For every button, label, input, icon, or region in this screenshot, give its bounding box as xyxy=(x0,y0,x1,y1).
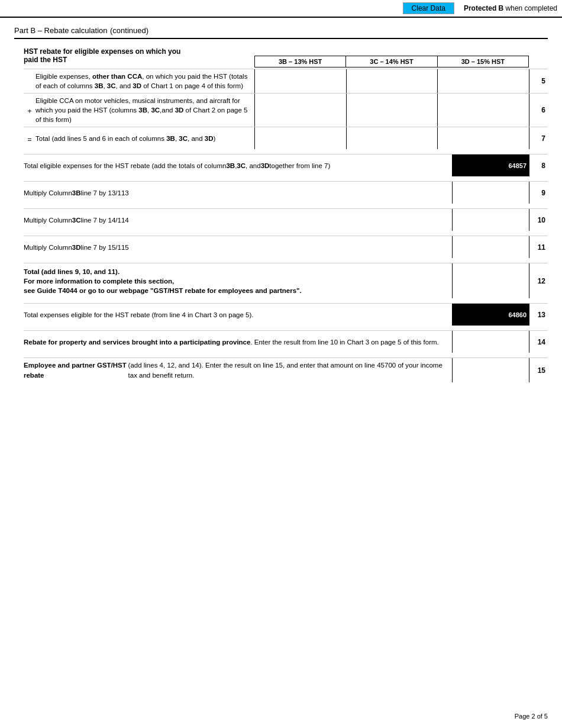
row-15-field[interactable] xyxy=(455,367,527,374)
row-5-prefix xyxy=(24,80,35,82)
hst-section: HST rebate for eligible expenses on whic… xyxy=(24,47,548,382)
row-9-field[interactable] xyxy=(455,189,527,197)
row-5-field-3b[interactable] xyxy=(257,78,344,85)
row-9-input xyxy=(452,182,529,204)
row-12-input xyxy=(452,263,529,298)
row-5-input-3b xyxy=(254,69,346,93)
row-5-input-3c xyxy=(346,69,438,93)
row-9-linenum: 9 xyxy=(529,182,548,204)
row-10-label: Multiply Column 3C line 7 by 14/114 xyxy=(24,209,452,231)
row-10-field[interactable] xyxy=(455,217,527,224)
row-5-label: Eligible expenses, other than CCA, on wh… xyxy=(24,69,254,93)
row-6-text: Eligible CCA on motor vehicles, musical … xyxy=(35,96,252,124)
row-8-input xyxy=(452,154,529,176)
row-7-inputs xyxy=(254,127,529,149)
row-5-field-3c[interactable] xyxy=(349,78,435,85)
row-6-label: + Eligible CCA on motor vehicles, musica… xyxy=(24,94,254,127)
row-6-input-3c xyxy=(346,94,438,127)
row-15-label: Employee and partner GST/HST rebate (add… xyxy=(24,358,452,382)
row-5-field-3d[interactable] xyxy=(440,78,527,85)
row-13-field[interactable] xyxy=(455,311,527,318)
row-7-input-3c xyxy=(346,127,438,149)
data-row-7: = Total (add lines 5 and 6 in each of co… xyxy=(24,127,548,149)
row-11-label: Multiply Column 3D line 7 by 15/115 xyxy=(24,236,452,258)
row-6-inputs xyxy=(254,94,529,127)
row-9-label: Multiply Column 3B line 7 by 13/113 xyxy=(24,182,452,204)
top-bar: Clear Data Protected B when completed xyxy=(0,0,562,18)
row-6-field-3c[interactable] xyxy=(349,107,435,114)
row-5-text: Eligible expenses, other than CCA, on wh… xyxy=(35,72,252,91)
main-content: Part B – Rebate calculation (continued) … xyxy=(0,18,562,397)
row-14-field[interactable] xyxy=(455,339,527,346)
row-7-prefix: = xyxy=(24,133,35,145)
row-5-input-3d xyxy=(437,69,529,93)
row-6-prefix: + xyxy=(24,104,35,117)
part-b-subtitle: (continued) xyxy=(110,26,148,35)
row-7-text: Total (add lines 5 and 6 in each of colu… xyxy=(35,134,252,143)
row-6-input-3b xyxy=(254,94,346,127)
row-10-linenum: 10 xyxy=(529,209,548,231)
hst-section-title: HST rebate for eligible expenses on whic… xyxy=(24,47,254,64)
row-8-linenum: 8 xyxy=(529,154,548,176)
row-7-field-3b[interactable] xyxy=(257,135,344,142)
part-b-title: Part B – Rebate calculation xyxy=(14,26,108,35)
row-8-field[interactable] xyxy=(455,162,527,169)
data-row-14: Rebate for property and services brought… xyxy=(24,330,548,353)
col-header-spacer: HST rebate for eligible expenses on whic… xyxy=(24,47,254,67)
row-12-linenum: 12 xyxy=(529,263,548,298)
row-11-field[interactable] xyxy=(455,244,527,251)
row-11-input xyxy=(452,236,529,258)
protected-label: Protected B when completed xyxy=(464,4,557,12)
row-15-input xyxy=(452,358,529,382)
row-14-input xyxy=(452,331,529,353)
row-6-input-3d xyxy=(437,94,529,127)
row-8-label: Total eligible expenses for the HST reba… xyxy=(24,154,452,176)
data-row-10: Multiply Column 3C line 7 by 14/114 10 xyxy=(24,208,548,231)
row-12-label: Total (add lines 9, 10, and 11).For more… xyxy=(24,263,452,298)
row-6-linenum: 6 xyxy=(529,94,548,127)
row-14-label: Rebate for property and services brought… xyxy=(24,331,452,353)
row-13-label: Total expenses eligible for the HST reba… xyxy=(24,304,452,326)
row-10-input xyxy=(452,209,529,231)
clear-data-button[interactable]: Clear Data xyxy=(403,2,454,14)
data-row-8: Total eligible expenses for the HST reba… xyxy=(24,154,548,176)
row-7-label: = Total (add lines 5 and 6 in each of co… xyxy=(24,127,254,149)
row-5-linenum: 5 xyxy=(529,69,548,93)
data-row-6: + Eligible CCA on motor vehicles, musica… xyxy=(24,93,548,127)
row-15-linenum: 15 xyxy=(529,358,548,382)
row-6-field-3d[interactable] xyxy=(440,107,527,114)
col-header-3d: 3D – 15% HST xyxy=(437,56,529,67)
col-header-3c: 3C – 14% HST xyxy=(345,56,437,67)
data-row-9: Multiply Column 3B line 7 by 13/113 9 xyxy=(24,181,548,204)
row-5-inputs xyxy=(254,69,529,93)
row-6-field-3b[interactable] xyxy=(257,107,344,114)
row-7-input-3d xyxy=(437,127,529,149)
col-header-3b: 3B – 13% HST xyxy=(254,56,345,67)
page-number: Page 2 of 5 xyxy=(515,713,548,720)
row-7-linenum: 7 xyxy=(529,127,548,149)
row-11-linenum: 11 xyxy=(529,236,548,258)
row-13-input xyxy=(452,304,529,326)
part-b-heading: Part B – Rebate calculation (continued) xyxy=(14,25,548,39)
data-row-15: Employee and partner GST/HST rebate (add… xyxy=(24,357,548,382)
col-header-row: HST rebate for eligible expenses on whic… xyxy=(24,47,548,67)
row-7-field-3c[interactable] xyxy=(349,135,435,142)
row-12-field[interactable] xyxy=(455,278,527,285)
col-headers: 3B – 13% HST 3C – 14% HST 3D – 15% HST xyxy=(254,56,529,67)
row-13-linenum: 13 xyxy=(529,304,548,326)
data-row-11: Multiply Column 3D line 7 by 15/115 11 xyxy=(24,236,548,258)
data-row-13: Total expenses eligible for the HST reba… xyxy=(24,303,548,326)
row-7-input-3b xyxy=(254,127,346,149)
row-7-field-3d[interactable] xyxy=(440,135,527,142)
row-14-linenum: 14 xyxy=(529,331,548,353)
data-row-5: Eligible expenses, other than CCA, on wh… xyxy=(24,69,548,93)
data-row-12: Total (add lines 9, 10, and 11).For more… xyxy=(24,263,548,298)
